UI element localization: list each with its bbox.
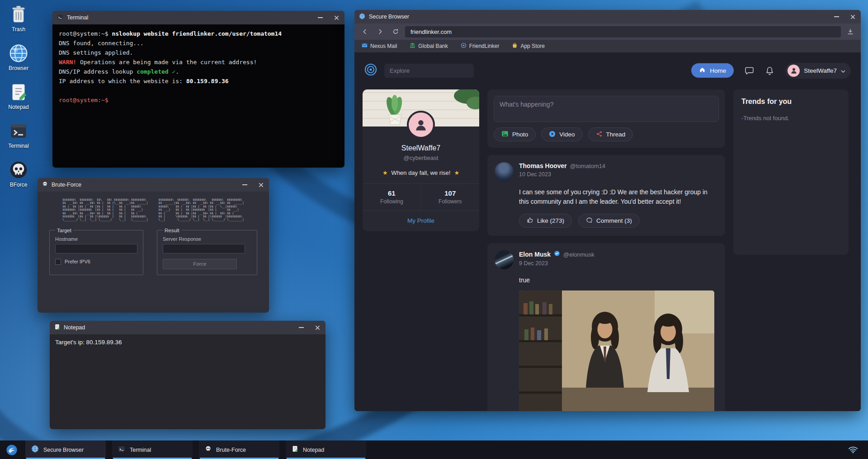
bookmark-nexus-mail[interactable]: Nexus Mail (362, 43, 397, 49)
target-icon (461, 42, 467, 50)
close-button[interactable] (328, 11, 344, 24)
shopping-bag-icon (512, 42, 518, 50)
post-body: I can see some of you crying :D :D We ar… (519, 187, 718, 206)
globe-icon (9, 43, 28, 63)
notifications-icon[interactable] (765, 66, 774, 75)
post-author[interactable]: Elon Musk (519, 251, 551, 258)
minimize-button[interactable] (236, 178, 253, 192)
photo-icon (501, 131, 509, 138)
avatar[interactable] (495, 162, 514, 181)
bruteforce-titlebar[interactable]: Brute-Force (38, 178, 269, 192)
window-title: Secure Browser (369, 14, 409, 20)
profile-avatar[interactable] (407, 111, 435, 139)
following-stat[interactable]: 61 Following (363, 184, 421, 211)
terminal-icon (9, 121, 28, 141)
explore-search-input[interactable] (384, 64, 474, 78)
minimize-button[interactable] (828, 10, 844, 23)
close-button[interactable] (844, 10, 861, 23)
close-button[interactable] (253, 178, 269, 192)
bookmark-app-store[interactable]: App Store (512, 42, 544, 50)
taskbar-item-notepad[interactable]: Notepad (286, 440, 366, 459)
desktop-icon-column: Trash Browser Notepad Terminal BForce (4, 5, 33, 188)
my-profile-link[interactable]: My Profile (363, 211, 479, 231)
friendlinker-logo-icon[interactable] (364, 63, 377, 78)
messages-icon[interactable] (745, 66, 754, 75)
bookmarks-bar: Nexus Mail Global Bank FriendLinker App … (354, 40, 861, 52)
window-title: Brute-Force (52, 182, 81, 188)
home-button[interactable]: Home (691, 63, 734, 78)
verified-badge-icon (554, 250, 560, 258)
account-menu[interactable]: SteelWaffe7 (785, 63, 851, 79)
like-button[interactable]: Like (273) (519, 214, 572, 228)
url-bar[interactable]: friendlinker.com (405, 26, 841, 37)
terminal-icon (57, 14, 63, 22)
post-author[interactable]: Thomas Hoover (519, 162, 567, 169)
avatar (788, 65, 800, 77)
force-button[interactable]: Force (163, 259, 237, 269)
start-button[interactable] (5, 443, 19, 457)
desktop-icon-browser[interactable]: Browser (4, 43, 33, 71)
desktop-icon-notepad[interactable]: Notepad (4, 82, 33, 110)
forward-button[interactable] (374, 26, 386, 37)
terminal-lookup-line: DNS/IP address lookup completed ✓. (59, 67, 338, 76)
profile-card: SteelWaffe7 @cyberbeast ★ When day fall,… (363, 89, 479, 231)
desktop-icon-terminal[interactable]: Terminal (4, 121, 33, 149)
result-legend: Result (163, 228, 181, 233)
server-response-input[interactable] (163, 244, 245, 253)
desktop-icon-bforce[interactable]: BForce (4, 160, 33, 188)
notepad-icon (292, 445, 298, 454)
prefer-ipv6-checkbox[interactable] (55, 259, 61, 265)
skull-icon (205, 445, 212, 454)
account-name: SteelWaffe7 (804, 67, 837, 74)
star-icon: ★ (454, 169, 459, 176)
desktop-icon-label: Trash (12, 26, 25, 33)
followers-stat[interactable]: 107 Followers (421, 184, 480, 211)
bookmark-friendlinker[interactable]: FriendLinker (461, 42, 500, 50)
terminal-line: DNS settings applied. (59, 48, 338, 57)
taskbar-item-secure-browser[interactable]: Secure Browser (25, 440, 106, 459)
terminal-window: Terminal root@system:~$ nslookup website… (52, 11, 344, 168)
wifi-icon[interactable] (848, 446, 863, 454)
profile-handle: @cyberbeast (363, 155, 479, 161)
close-button[interactable] (309, 321, 326, 334)
video-button[interactable]: Video (541, 127, 582, 141)
terminal-output[interactable]: root@system:~$ nslookup website friendli… (52, 24, 344, 168)
profile-name: SteelWaffe7 (363, 144, 479, 152)
post-card: Elon Musk @elonmusk 9 Dec 2023 true (487, 243, 725, 411)
bank-icon (410, 42, 415, 50)
desktop-icon-label: Notepad (8, 104, 28, 110)
warn-label: WARN! (59, 59, 76, 66)
download-icon[interactable] (844, 26, 856, 37)
back-button[interactable] (359, 26, 371, 37)
taskbar-item-terminal[interactable]: Terminal (112, 440, 193, 459)
window-title: Notepad (64, 324, 85, 331)
bookmark-global-bank[interactable]: Global Bank (410, 42, 448, 50)
desktop-icon-trash[interactable]: Trash (4, 5, 33, 33)
post-handle[interactable]: @elonmusk (563, 251, 594, 258)
notepad-content[interactable]: Target's ip: 80.159.89.36 (50, 334, 326, 429)
photo-button[interactable]: Photo (494, 127, 536, 141)
terminal-titlebar[interactable]: Terminal (52, 11, 344, 24)
chevron-down-icon (841, 67, 845, 74)
minimize-button[interactable] (312, 11, 328, 24)
trends-card: Trends for you -Trends not found. (733, 89, 849, 255)
notepad-icon (10, 82, 27, 102)
target-legend: Target (55, 228, 73, 233)
refresh-button[interactable] (390, 26, 401, 37)
notepad-titlebar[interactable]: Notepad (50, 321, 326, 334)
comment-button[interactable]: Comment (3) (578, 214, 640, 228)
terminal-command: nslookup website friendlinker.com/user/t… (112, 30, 282, 37)
terminal-warning-line: WARN! Operations are being made via the … (59, 57, 338, 67)
skull-icon (42, 181, 48, 188)
taskbar: Secure Browser Terminal Brute-Force Note… (0, 440, 868, 459)
terminal-icon (118, 445, 125, 454)
meme-image: Using my phone because I can't sleep Can… (519, 290, 714, 411)
minimize-button[interactable] (293, 321, 309, 334)
avatar[interactable] (495, 250, 514, 269)
compose-input[interactable] (494, 96, 719, 122)
browser-titlebar[interactable]: Secure Browser (354, 10, 861, 23)
taskbar-item-brute-force[interactable]: Brute-Force (199, 440, 279, 459)
post-handle[interactable]: @tomatom14 (570, 163, 605, 169)
hostname-input[interactable] (55, 244, 137, 253)
thread-button[interactable]: Thread (588, 127, 633, 141)
